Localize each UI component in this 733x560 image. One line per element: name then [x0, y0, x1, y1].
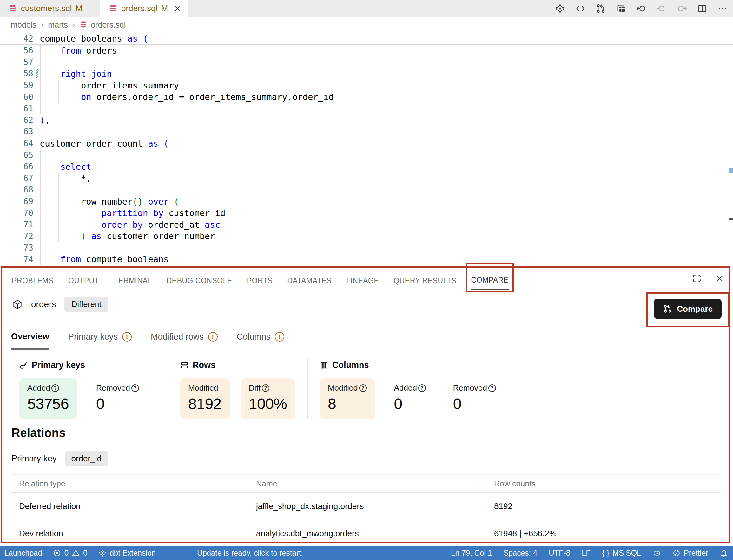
code-line-67[interactable]: 67 *,: [0, 173, 733, 184]
statusbar-encoding[interactable]: UTF-8: [549, 549, 570, 557]
code-line-74[interactable]: 74 from compute_booleans: [0, 254, 733, 265]
sql-file-icon: [8, 4, 17, 13]
chevron-right-icon: ›: [41, 20, 44, 30]
modified-badge: M: [161, 4, 168, 13]
dbt-star-icon[interactable]: [555, 3, 566, 14]
breadcrumb-marts[interactable]: marts: [48, 20, 68, 29]
statusbar-eol[interactable]: LF: [582, 549, 591, 557]
code-line-73[interactable]: 73: [0, 242, 733, 254]
help-icon[interactable]: ?: [418, 384, 426, 392]
code-line-59[interactable]: 59 order_items_summary: [0, 80, 733, 91]
bell-icon[interactable]: [720, 549, 728, 557]
panel-tab-query-results[interactable]: QUERY RESULTS: [393, 270, 457, 290]
code-line-75[interactable]: 75: [0, 265, 733, 268]
close-panel-icon[interactable]: [715, 273, 725, 283]
compare-button[interactable]: Compare: [654, 299, 722, 319]
subtab-columns[interactable]: Columns!: [237, 330, 285, 349]
indent-guide: [40, 45, 41, 114]
close-tab-icon[interactable]: [173, 4, 182, 13]
line-number: 64: [0, 139, 33, 148]
code-line-58[interactable]: 58 right join: [0, 68, 733, 80]
panel-tab-lineage[interactable]: LINEAGE: [345, 270, 380, 290]
panel-tab-compare[interactable]: COMPARE: [471, 269, 509, 290]
breadcrumb-models[interactable]: models: [11, 20, 36, 29]
code-line-64[interactable]: 64customer_order_count as (: [0, 138, 733, 149]
subtab-overview[interactable]: Overview: [11, 330, 49, 350]
statusbar-dbt-extension[interactable]: dbt Extension: [98, 549, 156, 557]
tab-orders-sql[interactable]: orders.sql M: [100, 0, 188, 17]
code-line-68[interactable]: 68: [0, 184, 733, 196]
code-line-70[interactable]: 70 partition by customer_id: [0, 207, 733, 219]
line-number: 68: [0, 185, 33, 194]
code-line-62[interactable]: 62),: [0, 114, 733, 126]
primary-key-row: Primary key order_id: [11, 451, 108, 466]
statusbar-language[interactable]: { } MS SQL: [602, 549, 641, 557]
code-line-71[interactable]: 71 order by ordered_at asc: [0, 219, 733, 231]
stat-card-label: Added: [394, 383, 417, 393]
relations-table: Relation typeNameRow countsDeferred rela…: [11, 474, 721, 547]
code-line-65[interactable]: 65: [0, 149, 733, 161]
tab-customers-sql[interactable]: customers.sql M: [0, 0, 100, 17]
statusbar-indentation[interactable]: Spaces: 4: [503, 549, 537, 557]
statusbar-prettier[interactable]: Prettier: [672, 549, 708, 557]
statusbar-cursor-position[interactable]: Ln 79, Col 1: [451, 549, 492, 557]
line-number: 67: [0, 173, 33, 183]
statusbar-launchpad[interactable]: Launchpad: [4, 549, 42, 557]
key-icon: [19, 361, 28, 370]
statusbar-update-message[interactable]: Update is ready, click to restart.: [197, 549, 303, 557]
code-line-72[interactable]: 72 ) as customer_order_number: [0, 231, 733, 242]
more-actions-icon[interactable]: [717, 3, 728, 14]
copilot-icon[interactable]: [653, 549, 661, 557]
panel-tab-ports[interactable]: PORTS: [246, 270, 273, 290]
tab-filename: orders.sql: [121, 3, 157, 13]
table-copy-icon[interactable]: [616, 3, 626, 14]
panel-tab-terminal[interactable]: TERMINAL: [113, 270, 152, 290]
code-tags-icon[interactable]: [575, 3, 586, 14]
stat-section-title: Primary keys: [32, 360, 85, 370]
git-compare-icon[interactable]: [595, 3, 606, 14]
code-line-60[interactable]: 60 on orders.order_id = order_items_summ…: [0, 91, 733, 103]
breadcrumb-file[interactable]: orders.sql: [79, 20, 126, 29]
panel-tab-output[interactable]: OUTPUT: [68, 270, 100, 290]
line-number: 72: [0, 231, 33, 241]
maximize-panel-icon[interactable]: [692, 273, 702, 283]
statusbar-problems[interactable]: 0 0: [53, 549, 88, 557]
help-icon[interactable]: ?: [488, 384, 496, 392]
subtab-primary-keys[interactable]: Primary keys!: [68, 330, 132, 349]
stat-card-label: Added: [27, 383, 50, 393]
code-editor[interactable]: 42compute_booleans as ( 56 from orders57…: [0, 33, 733, 268]
help-icon[interactable]: ?: [51, 384, 59, 392]
subtab-modified-rows[interactable]: Modified rows!: [151, 330, 218, 349]
code-line-61[interactable]: 61: [0, 103, 733, 114]
panel-tab-datamates[interactable]: DATAMATES: [286, 270, 332, 290]
code-line-63[interactable]: 63: [0, 126, 733, 138]
code-line-66[interactable]: 66 select: [0, 161, 733, 173]
stat-card-modified: Modified8192: [180, 378, 230, 419]
ruler-scroll-marker[interactable]: [729, 218, 733, 220]
relations-heading: Relations: [11, 426, 66, 440]
code-line-69[interactable]: 69 row_number() over (: [0, 196, 733, 207]
help-icon[interactable]: ?: [131, 384, 139, 392]
line-number: 66: [0, 162, 33, 171]
table-cell: 61948 | +656.2%: [487, 529, 721, 538]
sticky-scroll-line[interactable]: 42compute_booleans as (: [0, 33, 733, 45]
help-icon[interactable]: ?: [262, 384, 269, 392]
panel-tab-problems[interactable]: PROBLEMS: [11, 270, 54, 290]
code-line-42[interactable]: 42compute_booleans as (: [0, 33, 733, 44]
stat-card-value: 0: [394, 395, 426, 413]
sql-file-icon: [108, 4, 117, 13]
nav-back-icon[interactable]: [636, 3, 647, 14]
split-editor-icon[interactable]: [697, 3, 708, 14]
modified-gutter-marker: [36, 68, 38, 79]
line-number: 42: [0, 34, 33, 43]
code-line-57[interactable]: 57: [0, 56, 733, 68]
primary-key-label: Primary key: [11, 454, 57, 464]
line-number: 56: [0, 46, 33, 55]
sql-file-icon: [79, 21, 88, 29]
panel-tab-debug-console[interactable]: DEBUG CONSOLE: [166, 270, 233, 290]
line-number: 60: [0, 92, 33, 102]
table-cell: analytics.dbt_mwong.orders: [248, 529, 487, 538]
code-line-56[interactable]: 56 from orders: [0, 45, 733, 56]
help-icon[interactable]: ?: [359, 384, 367, 392]
status-bar: Launchpad 0 0 dbt Extension Update is re…: [0, 546, 733, 560]
